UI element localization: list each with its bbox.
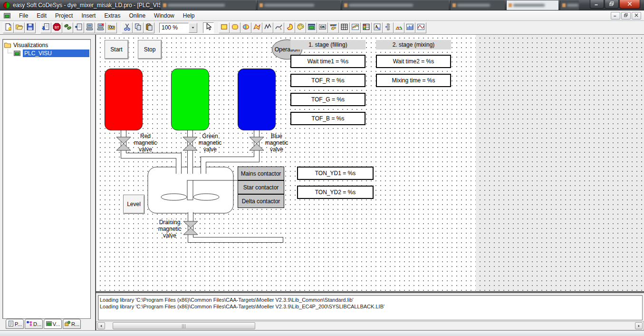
zoom-dropdown-button[interactable] bbox=[189, 23, 197, 33]
scroll-right-button[interactable] bbox=[635, 322, 643, 329]
menu-help[interactable]: Help bbox=[179, 11, 199, 20]
green-tank[interactable] bbox=[171, 69, 209, 130]
bar-display-button[interactable] bbox=[383, 22, 394, 33]
mdi-close-button[interactable] bbox=[632, 12, 641, 20]
visualization-button[interactable] bbox=[306, 22, 317, 33]
scroll-left-button[interactable] bbox=[97, 322, 105, 329]
visualizations-tree[interactable]: Visualizations PLC_VISU bbox=[2, 39, 91, 319]
timer-display[interactable]: TOF_B = %s bbox=[290, 112, 365, 125]
close-button[interactable] bbox=[619, 0, 640, 9]
stop-st-button[interactable]: ST bbox=[51, 22, 62, 33]
rectangle-button[interactable] bbox=[219, 22, 230, 33]
download-button[interactable] bbox=[40, 22, 51, 33]
save-file-button[interactable] bbox=[25, 22, 36, 33]
trend-button[interactable] bbox=[350, 22, 361, 33]
wmf-button[interactable]: WMF bbox=[328, 22, 339, 33]
mixer-blade-left[interactable] bbox=[161, 194, 187, 200]
mdi-minimize-button[interactable] bbox=[611, 12, 620, 20]
mains-contactor[interactable]: Mains contactor bbox=[238, 167, 284, 180]
horizontal-scrollbar[interactable] bbox=[96, 321, 644, 330]
delta-contactor[interactable]: Delta contactor bbox=[238, 194, 284, 208]
tab-tree-visu[interactable]: V... bbox=[44, 319, 62, 329]
mdi-restore-button[interactable] bbox=[621, 12, 631, 20]
menu-online[interactable]: Online bbox=[125, 11, 150, 20]
polygon-button[interactable] bbox=[251, 22, 262, 33]
timer-display[interactable]: TON_YD1 = %s bbox=[297, 167, 374, 180]
timer-display[interactable]: TOF_G = %s bbox=[290, 93, 365, 106]
timer-display[interactable]: TOF_R = %s bbox=[290, 74, 365, 87]
document-window-icon[interactable] bbox=[3, 12, 11, 20]
bitmap-button[interactable] bbox=[295, 22, 306, 33]
minimize-button[interactable] bbox=[590, 0, 604, 9]
stage-header-2[interactable]: 2. stage (mixing) bbox=[376, 40, 451, 49]
copy-button[interactable] bbox=[133, 22, 144, 33]
blue-tank[interactable] bbox=[238, 69, 276, 130]
mixer-shaft[interactable] bbox=[187, 180, 193, 200]
pointer-button[interactable] bbox=[203, 22, 214, 33]
login-button[interactable] bbox=[84, 22, 95, 33]
paste-button[interactable] bbox=[144, 22, 154, 33]
curve-button[interactable] bbox=[273, 22, 284, 33]
zoom-combobox[interactable]: 100 % bbox=[159, 23, 197, 33]
tree-item-plc-visu[interactable]: PLC_VISU bbox=[8, 49, 89, 57]
close-icon bbox=[627, 0, 633, 9]
svg-text:x: x bbox=[378, 26, 380, 30]
green-valve-label[interactable]: Greenmagneticvalve bbox=[191, 133, 229, 153]
zoom-value[interactable]: 100 % bbox=[159, 23, 189, 33]
button-ok-button[interactable]: OK bbox=[317, 22, 328, 33]
open-file-icon bbox=[15, 23, 23, 33]
timer-display[interactable]: Mixing time = %s bbox=[376, 74, 451, 87]
message-log[interactable]: Loading library 'C:\Program Files (x86)\… bbox=[98, 295, 643, 320]
logout-button[interactable] bbox=[95, 22, 106, 33]
background-window bbox=[161, 0, 256, 10]
restore-button[interactable] bbox=[605, 0, 619, 9]
cut-icon bbox=[123, 23, 131, 33]
tab-pou[interactable]: P... bbox=[6, 319, 24, 329]
run-button[interactable] bbox=[62, 22, 73, 33]
timer-display[interactable]: Wait time2 = %s bbox=[376, 55, 451, 68]
add-object-button[interactable] bbox=[73, 22, 84, 33]
polyline-button[interactable] bbox=[262, 22, 273, 33]
tree-root-visualizations[interactable]: Visualizations bbox=[4, 41, 89, 49]
menu-project[interactable]: Project bbox=[51, 11, 77, 20]
pie-button[interactable] bbox=[284, 22, 295, 33]
stage-header-1[interactable]: 1. stage (filling) bbox=[290, 40, 365, 49]
alarm-table-button[interactable] bbox=[361, 22, 372, 33]
menu-window[interactable]: Window bbox=[150, 11, 179, 20]
table-button[interactable] bbox=[339, 22, 350, 33]
level-button[interactable]: Level bbox=[123, 195, 144, 214]
star-contactor[interactable]: Star contactor bbox=[238, 180, 284, 194]
menu-edit[interactable]: Edit bbox=[32, 11, 51, 20]
ellipse-button[interactable] bbox=[240, 22, 251, 33]
tab-data-types[interactable]: D... bbox=[25, 319, 43, 329]
menu-insert[interactable]: Insert bbox=[77, 11, 100, 20]
mixer-blade-right[interactable] bbox=[193, 194, 219, 200]
histogram-button[interactable] bbox=[404, 22, 415, 33]
timer-display[interactable]: Wait time1 = %s bbox=[290, 55, 365, 68]
visualization-canvas[interactable]: Start Stop Operation Level 1. stage (fil… bbox=[96, 35, 644, 291]
stop-st-icon: ST bbox=[53, 23, 61, 33]
red-valve-label[interactable]: Redmagneticvalve bbox=[126, 133, 164, 153]
scrollbar-thumb[interactable] bbox=[113, 322, 255, 329]
rounded-rectangle-button[interactable] bbox=[230, 22, 240, 33]
meter-button[interactable] bbox=[394, 22, 404, 33]
menu-file[interactable]: File bbox=[15, 11, 32, 20]
trend-curve-icon bbox=[417, 23, 425, 33]
trend-curve-button[interactable] bbox=[415, 22, 426, 33]
menu-extras[interactable]: Extras bbox=[100, 11, 125, 20]
stop-button[interactable]: Stop bbox=[138, 40, 162, 59]
tab-resources[interactable]: R... bbox=[63, 319, 81, 329]
timer-display[interactable]: TON_YD2 = %s bbox=[297, 186, 374, 199]
new-file-button[interactable] bbox=[3, 22, 14, 33]
draining-valve-label[interactable]: Drainingmagneticvalve bbox=[151, 219, 189, 239]
red-tank[interactable] bbox=[105, 69, 143, 130]
logout-icon bbox=[96, 23, 105, 33]
search-global-button[interactable] bbox=[106, 22, 117, 33]
start-button[interactable]: Start bbox=[105, 40, 128, 59]
status-bar bbox=[0, 330, 644, 336]
cut-button[interactable] bbox=[122, 22, 133, 33]
drain-pipe[interactable] bbox=[191, 212, 283, 240]
open-file-button[interactable] bbox=[14, 22, 25, 33]
text-field-button[interactable]: Ax bbox=[372, 22, 383, 33]
blue-valve-label[interactable]: Bluemagneticvalve bbox=[258, 133, 296, 153]
